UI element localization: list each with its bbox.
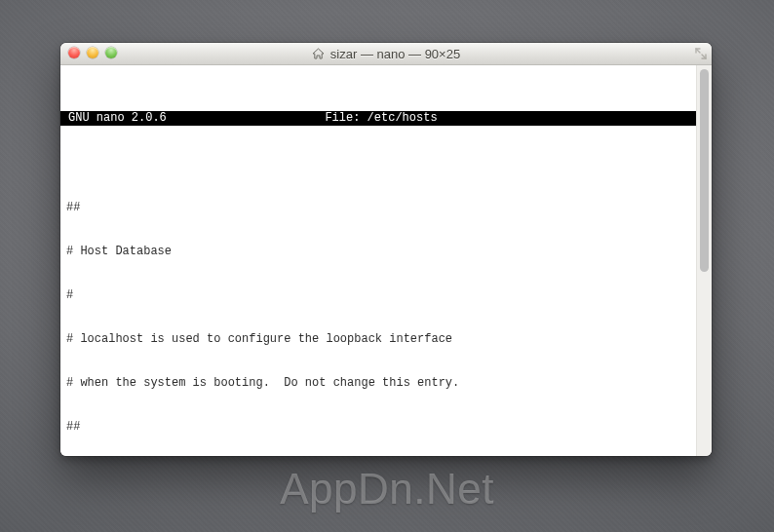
comment-line: # when the system is booting. Do not cha… — [66, 376, 692, 391]
nano-file-label: File: /etc/hosts — [275, 111, 487, 126]
terminal-viewport[interactable]: GNU nano 2.0.6 File: /etc/hosts ## # Hos… — [60, 65, 696, 456]
minimize-button[interactable] — [87, 47, 98, 58]
comment-line: # Host Database — [66, 245, 692, 259]
window-title: sizar — nano — 90×25 — [330, 47, 460, 61]
nano-version: GNU nano 2.0.6 — [62, 111, 275, 126]
traffic-lights — [68, 47, 117, 58]
window-title-group: sizar — nano — 90×25 — [312, 47, 460, 61]
home-icon — [312, 48, 325, 59]
vertical-scrollbar[interactable] — [696, 65, 712, 456]
comment-line: ## — [66, 201, 692, 215]
fullscreen-icon[interactable] — [695, 48, 707, 59]
comment-line: ## — [66, 420, 692, 435]
watermark-text: AppDn.Net — [0, 465, 774, 513]
nano-header: GNU nano 2.0.6 File: /etc/hosts — [60, 111, 696, 126]
terminal-window: sizar — nano — 90×25 GNU nano 2.0.6 File… — [60, 43, 712, 456]
titlebar[interactable]: sizar — nano — 90×25 — [60, 43, 712, 65]
close-button[interactable] — [68, 47, 80, 58]
desktop-background: sizar — nano — 90×25 GNU nano 2.0.6 File… — [0, 0, 774, 532]
scrollbar-thumb[interactable] — [700, 69, 709, 272]
comment-line: # — [66, 288, 692, 303]
zoom-button[interactable] — [105, 47, 117, 58]
hosts-comments: ## # Host Database # # localhost is used… — [66, 171, 692, 456]
comment-line: # localhost is used to configure the loo… — [66, 332, 692, 347]
terminal-body: GNU nano 2.0.6 File: /etc/hosts ## # Hos… — [60, 65, 712, 456]
